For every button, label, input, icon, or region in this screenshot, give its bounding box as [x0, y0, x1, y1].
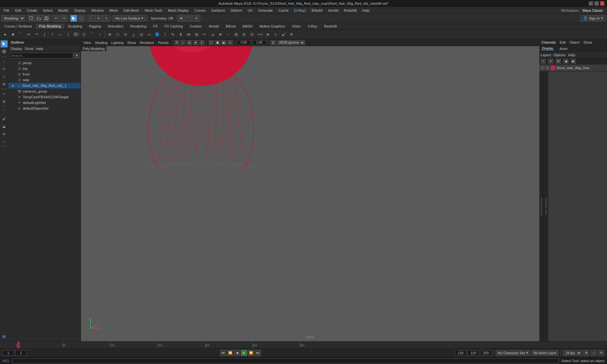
- torus-icon-btn[interactable]: ◎: [138, 31, 145, 38]
- universal-manip-btn[interactable]: ⊕: [1, 81, 8, 88]
- light-btn[interactable]: ☀: [228, 40, 233, 45]
- timeline[interactable]: 1 50 100 150 200 250 300: [0, 341, 607, 348]
- current-frame-field[interactable]: [15, 350, 27, 356]
- gamma-dropdown[interactable]: sRGB gamma: [277, 40, 305, 45]
- vp-cam-home-btn[interactable]: ⌂: [181, 40, 186, 45]
- vp-menu-renderer[interactable]: Renderer: [138, 41, 156, 45]
- pb-settings-btn[interactable]: ⚙: [583, 350, 589, 356]
- merge-icon-btn[interactable]: ⊕: [264, 31, 272, 38]
- menu-generate[interactable]: Generate: [256, 8, 275, 13]
- tab-bifrost[interactable]: Bifrost: [223, 24, 239, 29]
- relax-tool-btn[interactable]: ≈: [1, 138, 8, 145]
- viewport-canvas[interactable]: Poly Modeling: [81, 46, 539, 341]
- curve4-icon-btn[interactable]: ⟜: [57, 31, 64, 38]
- curve-tool-btn[interactable]: ⌒: [1, 108, 8, 115]
- scale-tool-button[interactable]: ⤡: [103, 15, 110, 22]
- tree-item-camera1-group[interactable]: 📷 camera1_group: [8, 88, 81, 94]
- go-to-end-btn[interactable]: ⏭: [255, 350, 261, 356]
- play-back-btn[interactable]: ◀: [234, 350, 240, 356]
- menu-uv[interactable]: UV: [245, 8, 255, 13]
- select-tool-button[interactable]: [70, 15, 77, 22]
- outliner-search-options-btn[interactable]: ▾: [74, 53, 79, 58]
- paint-tool-btn[interactable]: 🖌: [1, 115, 8, 122]
- camera-far-field[interactable]: [252, 40, 267, 45]
- pencil-icon-btn[interactable]: ✏: [25, 31, 33, 38]
- vp-cam-fit-btn[interactable]: ⊞: [187, 40, 192, 45]
- menu-cache[interactable]: Cache: [276, 8, 291, 13]
- outliner-display-menu[interactable]: Display: [11, 47, 22, 51]
- anim-end-field[interactable]: [468, 350, 479, 356]
- trim-icon-btn[interactable]: ✂: [201, 31, 208, 38]
- ch-tab-channels[interactable]: Channels: [541, 40, 556, 44]
- birail-icon-btn[interactable]: ⋈: [185, 31, 193, 38]
- layer-arrow-prev-btn[interactable]: ◀: [563, 59, 568, 64]
- outliner-search-input[interactable]: [9, 53, 73, 58]
- menu-curves[interactable]: Curves: [192, 8, 208, 13]
- texture-btn[interactable]: ▦: [221, 40, 226, 45]
- menu-vray[interactable]: [V-Ray]: [292, 8, 308, 13]
- menu-surfaces[interactable]: Surfaces: [209, 8, 227, 13]
- ep-curve-icon-btn[interactable]: ⌦: [72, 31, 80, 38]
- sign-in-button[interactable]: 👤 Sign In ▾: [580, 15, 606, 21]
- nurbs-sphere-icon-btn[interactable]: 🔵: [153, 31, 161, 38]
- menu-edit-mesh[interactable]: Edit Mesh: [121, 8, 142, 13]
- tab-curves-surfaces[interactable]: Curves / Surfaces: [1, 24, 35, 29]
- wireframe-btn[interactable]: ⬡: [209, 40, 214, 45]
- sphere-icon-btn[interactable]: ⊕: [106, 31, 113, 38]
- paint-select-btn[interactable]: [1, 48, 8, 55]
- cylinder-icon-btn[interactable]: ⊙: [122, 31, 129, 38]
- play-forward-btn[interactable]: ▶: [241, 350, 247, 356]
- solid-btn[interactable]: ⬢: [215, 40, 220, 45]
- undo-button[interactable]: ↩: [53, 15, 60, 22]
- rotate-tool-button[interactable]: ↻: [95, 15, 102, 22]
- layers-tab[interactable]: Layers: [541, 53, 551, 57]
- display-tab[interactable]: Display: [541, 46, 555, 51]
- layer-sort-btn[interactable]: ⇅: [556, 59, 561, 64]
- pb-audio-btn[interactable]: ♪: [591, 350, 597, 356]
- sculpt-icon-btn[interactable]: ∿: [272, 31, 279, 38]
- menu-deform[interactable]: Deform: [228, 8, 244, 13]
- circle-icon-btn[interactable]: ●: [1, 31, 9, 38]
- show-manip-btn[interactable]: ⊞: [1, 98, 8, 105]
- loft-icon-btn[interactable]: ⟩: [161, 31, 169, 38]
- open-scene-button[interactable]: [35, 15, 42, 22]
- new-scene-button[interactable]: [28, 15, 35, 22]
- paint-icon-btn[interactable]: 🖌: [280, 31, 287, 38]
- intersect-icon-btn[interactable]: ⊗: [217, 31, 224, 38]
- mode-dropdown[interactable]: Modeling: [1, 15, 25, 21]
- scale-left-btn[interactable]: ⤡: [1, 73, 8, 80]
- deform-icon-btn[interactable]: ⟰: [288, 31, 295, 38]
- no-character-set-dropdown[interactable]: No Character Set ▾: [496, 350, 530, 356]
- menu-select[interactable]: Select: [40, 8, 55, 13]
- plane-icon-btn[interactable]: ▭: [145, 31, 153, 38]
- layer-playback-btn[interactable]: P: [546, 66, 549, 70]
- close-button[interactable]: ✕: [600, 1, 604, 6]
- outliner-show-menu[interactable]: Show: [25, 47, 34, 51]
- redo-button[interactable]: ↪: [60, 15, 67, 22]
- options-tab[interactable]: Options: [554, 53, 566, 57]
- menu-arnold[interactable]: Arnold: [326, 8, 341, 13]
- arc-icon-btn[interactable]: ⌒: [17, 31, 25, 38]
- tree-item-persp[interactable]: 🎥 persp: [8, 60, 81, 66]
- boundary-icon-btn[interactable]: ⊞: [193, 31, 200, 38]
- end-range-field[interactable]: [455, 350, 466, 356]
- snap-curve-button[interactable]: ⌒: [185, 15, 192, 22]
- vp-cam-pan-btn[interactable]: ✥: [193, 40, 198, 45]
- tab-animation[interactable]: Animation: [105, 24, 126, 29]
- bend-icon-btn[interactable]: ⤵: [64, 31, 72, 38]
- step-back-btn[interactable]: ⏪: [227, 350, 233, 356]
- tab-motion-graphics[interactable]: Motion Graphics: [256, 24, 288, 29]
- no-anim-layer-dropdown[interactable]: No Anim Layer: [531, 350, 559, 356]
- outliner-help-menu[interactable]: Help: [36, 47, 43, 51]
- tool-settings-strip[interactable]: Tool Settings: [544, 71, 548, 341]
- layer-options-btn[interactable]: ≡: [548, 59, 553, 64]
- snap-point-button[interactable]: ⊙: [193, 15, 200, 22]
- extend-icon-btn[interactable]: ⟹: [256, 31, 264, 38]
- menu-mesh-display[interactable]: Mesh Display: [165, 8, 191, 13]
- move-tool-button[interactable]: ↕: [88, 15, 95, 22]
- tree-item-default-lightset[interactable]: ☀ defaultLightSet: [8, 100, 81, 106]
- cone-icon-btn[interactable]: △: [130, 31, 137, 38]
- tab-xgen[interactable]: XGen: [289, 24, 304, 29]
- tree-item-top[interactable]: 🎥 top: [8, 66, 81, 71]
- fillet-icon-btn[interactable]: ⌢: [224, 31, 232, 38]
